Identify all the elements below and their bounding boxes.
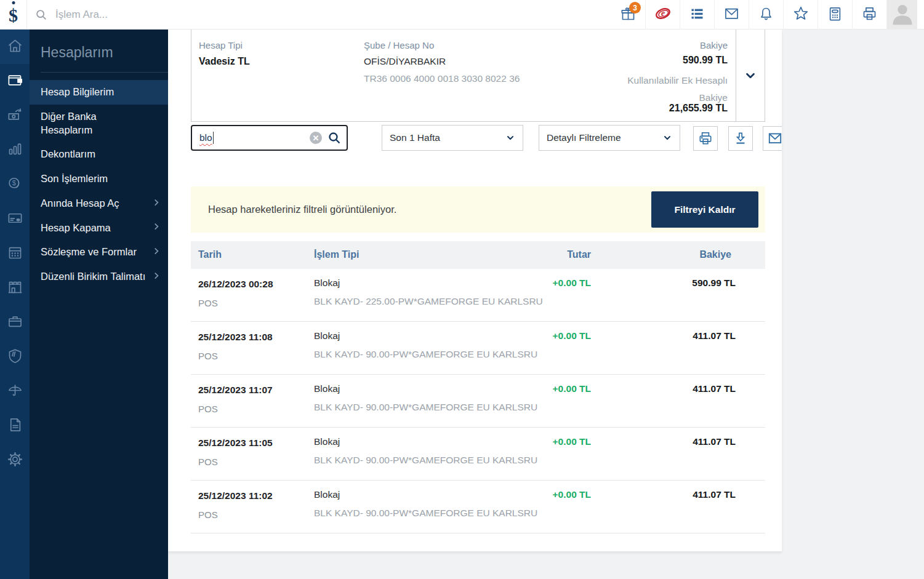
account-type-header: Hesap Tipi xyxy=(199,40,243,50)
transaction-amount: +0.00 TL xyxy=(553,330,591,341)
bell-icon xyxy=(758,6,774,25)
date-column-header: Tarih xyxy=(198,249,222,260)
search-text: blo xyxy=(199,132,212,143)
briefcase-icon xyxy=(7,313,23,332)
transaction-description: BLK KAYD- 225.00-PW*GAMEFORGE EU KARLSRU xyxy=(314,296,543,307)
transaction-channel: POS xyxy=(198,298,218,308)
search-submit-icon[interactable] xyxy=(327,130,342,145)
table-row[interactable]: 25/12/2023 11:05 POS Blokaj BLK KAYD- 90… xyxy=(191,428,765,481)
bank-logo[interactable]: $ xyxy=(0,0,27,30)
email-button[interactable] xyxy=(763,126,782,151)
transaction-channel: POS xyxy=(198,404,218,414)
transaction-channel: POS xyxy=(198,457,218,467)
sidebar-item-2[interactable]: Dekontlarım xyxy=(30,142,168,167)
table-row[interactable]: 25/12/2023 11:07 POS Blokaj BLK KAYD- 90… xyxy=(191,375,765,428)
sidebar-rail-item-document[interactable] xyxy=(0,409,30,443)
transaction-type: Blokaj xyxy=(314,330,340,341)
search-icon xyxy=(34,8,48,22)
bar-chart-icon xyxy=(7,141,23,160)
sidebar-rail-item-home[interactable] xyxy=(0,30,30,64)
sidebar-item-label: Düzenli Birikim Talimatı xyxy=(41,271,145,282)
detailed-filter-select[interactable]: Detaylı Filtreleme xyxy=(539,125,680,151)
star-icon xyxy=(792,5,810,25)
sidebar-item-5[interactable]: Hesap Kapama xyxy=(30,216,168,241)
printer-icon xyxy=(697,130,713,146)
sidebar-item-label: Diğer Banka Hesaplarım xyxy=(41,111,97,135)
transaction-description: BLK KAYD- 90.00-PW*GAMEFORGE EU KARLSRU xyxy=(314,455,537,466)
sidebar-rail-item-settings[interactable] xyxy=(0,443,30,477)
sidebar-item-7[interactable]: Düzenli Birikim Talimatı xyxy=(30,265,168,289)
money-transfer-icon xyxy=(7,106,23,126)
period-select[interactable]: Son 1 Hafta xyxy=(382,125,523,151)
calendar-icon xyxy=(7,244,23,263)
table-header: Tarih İşlem Tipi Tutar Bakiye xyxy=(191,241,765,269)
sidebar-rail-item-branch[interactable] xyxy=(0,271,30,305)
sidebar-rail-item-shield[interactable] xyxy=(0,340,30,374)
table-row[interactable]: 25/12/2023 11:02 POS Blokaj BLK KAYD- 90… xyxy=(191,481,765,533)
sidebar-rail-item-briefcase[interactable] xyxy=(0,305,30,340)
global-search-input[interactable]: İşlem Ara... xyxy=(27,8,108,22)
notification-badge: 3 xyxy=(629,2,641,14)
transaction-channel: POS xyxy=(198,351,218,361)
sidebar-item-4[interactable]: Anında Hesap Aç xyxy=(30,191,168,216)
avatar[interactable] xyxy=(886,0,917,30)
sidebar-item-label: Dekontlarım xyxy=(41,148,95,159)
star-button[interactable] xyxy=(783,0,818,30)
sidebar-rail-item-wallet[interactable] xyxy=(0,64,30,98)
transaction-description: BLK KAYD- 90.00-PW*GAMEFORGE EU KARLSRU xyxy=(314,508,537,519)
sidebar-rail-item-credit-card[interactable] xyxy=(0,202,30,236)
transaction-balance: 411.07 TL xyxy=(693,383,736,394)
expand-account-button[interactable] xyxy=(736,30,765,121)
global-search-placeholder: İşlem Ara... xyxy=(55,9,108,21)
transaction-search-input[interactable]: blo ✕ xyxy=(191,125,348,151)
print-button[interactable] xyxy=(693,126,718,151)
settings-icon xyxy=(7,451,23,470)
e-bank-logo-button[interactable]: e xyxy=(645,0,680,30)
account-balance: 590.99 TL xyxy=(683,55,728,66)
topbar-icon-group: 3e xyxy=(611,0,917,30)
transaction-balance: 411.07 TL xyxy=(693,489,736,500)
filter-row: blo ✕ Son 1 Hafta Detaylı Filtreleme xyxy=(191,125,765,151)
transaction-description: BLK KAYD- 90.00-PW*GAMEFORGE EU KARLSRU xyxy=(314,402,537,413)
printer-button[interactable] xyxy=(852,0,886,30)
sidebar-rail-item-money-transfer[interactable] xyxy=(0,98,30,133)
calculator-button[interactable] xyxy=(818,0,852,30)
table-row[interactable]: 26/12/2023 00:28 POS Blokaj BLK KAYD- 22… xyxy=(191,269,765,322)
transaction-amount: +0.00 TL xyxy=(553,489,591,500)
transaction-date: 25/12/2023 11:02 xyxy=(198,490,273,501)
transaction-type: Blokaj xyxy=(314,436,340,447)
sidebar-item-6[interactable]: Sözleşme ve Formlar xyxy=(30,240,168,265)
download-button[interactable] xyxy=(728,126,753,151)
sidebar-icon-rail: $ xyxy=(0,30,30,579)
main-content: Hesap Tipi Şube / Hesap No Bakiye Vadesi… xyxy=(168,30,782,551)
bell-button[interactable] xyxy=(749,0,783,30)
clear-search-icon[interactable]: ✕ xyxy=(310,132,322,144)
filter-notice-bar: Hesap hareketleriniz filtreli görüntülen… xyxy=(191,186,765,233)
chevron-right-icon xyxy=(152,270,161,284)
sidebar-item-label: Sözleşme ve Formlar xyxy=(41,246,137,257)
sidebar-item-0[interactable]: Hesap Bilgilerim xyxy=(30,80,168,105)
list-button[interactable] xyxy=(680,0,714,30)
sidebar-item-label: Son İşlemlerim xyxy=(41,173,108,184)
umbrella-icon xyxy=(7,382,23,401)
gift-button[interactable]: 3 xyxy=(611,0,645,30)
sidebar-rail-item-coins[interactable]: $ xyxy=(0,167,30,202)
sidebar-item-1[interactable]: Diğer Banka Hesaplarım xyxy=(30,105,168,143)
chevron-down-icon xyxy=(744,69,757,82)
transaction-amount: +0.00 TL xyxy=(553,436,591,447)
mail-button[interactable] xyxy=(714,0,749,30)
remove-filter-button[interactable]: Filtreyi Kaldır xyxy=(651,191,758,228)
table-row[interactable]: 25/12/2023 11:08 POS Blokaj BLK KAYD- 90… xyxy=(191,322,765,375)
transaction-balance: 411.07 TL xyxy=(693,330,736,341)
list-icon xyxy=(689,6,705,25)
credit-card-icon xyxy=(7,210,23,229)
sidebar-item-3[interactable]: Son İşlemlerim xyxy=(30,167,168,191)
text-caret xyxy=(213,132,214,144)
svg-text:e: e xyxy=(661,9,664,18)
sidebar-rail-item-bar-chart[interactable] xyxy=(0,133,30,167)
sidebar-rail-item-umbrella[interactable] xyxy=(0,374,30,409)
sidebar-item-label: Hesap Bilgilerim xyxy=(41,86,114,97)
balance-column-header: Bakiye xyxy=(699,249,731,260)
transaction-channel: POS xyxy=(198,509,218,520)
sidebar-rail-item-calendar[interactable] xyxy=(0,236,30,271)
